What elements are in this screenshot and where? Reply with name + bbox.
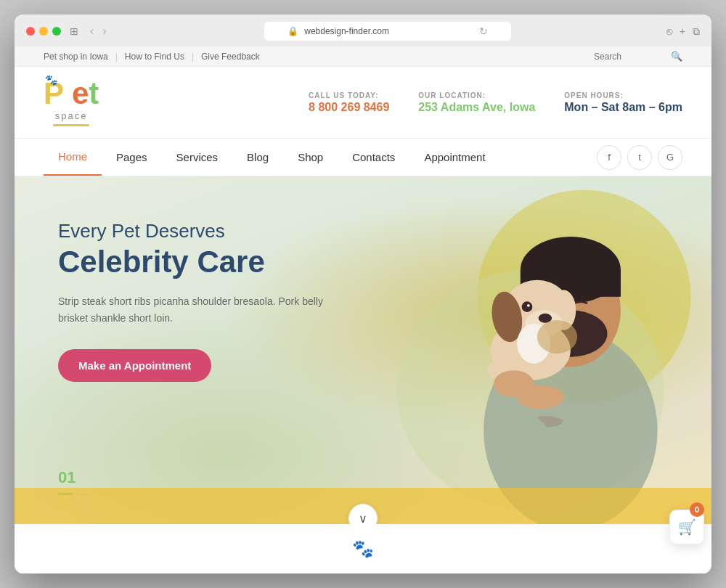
slide-number: 01 xyxy=(58,470,110,486)
svg-point-19 xyxy=(537,320,577,354)
below-hero-section: 🐾 xyxy=(15,524,711,573)
search-icon[interactable]: 🔍 xyxy=(671,51,682,62)
location-value: 253 Adams Ave, Iowa xyxy=(418,101,535,114)
site-nav: Home Pages Services Blog Shop Contacts A… xyxy=(15,139,711,176)
nav-blog[interactable]: Blog xyxy=(232,139,283,175)
nav-contacts[interactable]: Contacts xyxy=(338,139,409,175)
browser-window: ⊞ ‹ › 🔒 webdesign-finder.com ↻ ⎋ + ⧉ Pet… xyxy=(15,15,711,573)
nav-appointment[interactable]: Appointment xyxy=(409,139,499,175)
social-google[interactable]: G xyxy=(658,145,682,170)
hero-content: Every Pet Deserves Celebrity Care Strip … xyxy=(15,176,398,425)
nav-services[interactable]: Services xyxy=(162,139,233,175)
browser-chrome: ⊞ ‹ › 🔒 webdesign-finder.com ↻ ⎋ + ⧉ xyxy=(15,15,711,46)
close-button[interactable] xyxy=(26,27,35,36)
tabs-icon[interactable]: ⧉ xyxy=(693,25,700,38)
call-info: CALL US TODAY: 8 800 269 8469 xyxy=(309,91,389,114)
call-value: 8 800 269 8469 xyxy=(309,101,389,114)
chevron-down-icon: ∨ xyxy=(359,512,367,525)
logo-area: 🐾 P et space xyxy=(44,78,99,126)
privacy-icon: 🔒 xyxy=(287,26,298,36)
topbar-link-findus[interactable]: How to Find Us xyxy=(125,52,184,62)
appointment-button[interactable]: Make an Appointment xyxy=(58,349,211,382)
topbar-link-petshop[interactable]: Pet shop in Iowa xyxy=(44,52,108,62)
hours-info: OPEN HOURS: Mon – Sat 8am – 6pm xyxy=(564,91,682,114)
topbar-link-feedback[interactable]: Give Feedback xyxy=(201,52,260,62)
location-label: OUR LOCATION: xyxy=(418,91,535,99)
header-info: CALL US TODAY: 8 800 269 8469 OUR LOCATI… xyxy=(309,91,682,114)
logo-paw-icon: 🐾 xyxy=(45,75,57,85)
minimize-button[interactable] xyxy=(39,27,48,36)
logo-text: 🐾 P et xyxy=(44,78,99,109)
separator-1: | xyxy=(115,52,118,62)
refresh-icon[interactable]: ↻ xyxy=(479,25,488,37)
cart-icon: 🛒 xyxy=(678,518,696,536)
nav-shop[interactable]: Shop xyxy=(283,139,338,175)
back-arrow[interactable]: ‹ xyxy=(87,23,97,39)
logo-t: t xyxy=(89,76,99,110)
logo-subtitle: space xyxy=(55,110,88,121)
logo-p: 🐾 P xyxy=(44,76,72,110)
window-grid-icon: ⊞ xyxy=(70,25,78,37)
svg-point-21 xyxy=(517,385,563,409)
svg-point-16 xyxy=(527,304,530,307)
hero-section: Every Pet Deserves Celebrity Care Strip … xyxy=(15,176,711,524)
hero-image-area xyxy=(349,176,711,524)
url-text: webdesign-finder.com xyxy=(304,26,389,36)
share-icon[interactable]: ⎋ xyxy=(666,25,672,38)
nav-pages[interactable]: Pages xyxy=(102,139,162,175)
cart-widget: 0 🛒 xyxy=(669,502,704,544)
hours-label: OPEN HOURS: xyxy=(564,91,682,99)
maximize-button[interactable] xyxy=(52,27,61,36)
cart-badge: 0 xyxy=(690,502,704,517)
site-header: 🐾 P et space CALL US TODAY: 8 800 269 84… xyxy=(15,67,711,139)
hero-subtitle: Every Pet Deserves xyxy=(58,220,354,242)
address-bar[interactable]: 🔒 webdesign-finder.com ↻ xyxy=(264,22,511,41)
svg-point-15 xyxy=(521,301,532,312)
hero-title: Celebrity Care xyxy=(58,245,354,279)
topbar-links: Pet shop in Iowa | How to Find Us | Give… xyxy=(44,52,260,62)
hours-value: Mon – Sat 8am – 6pm xyxy=(564,101,682,114)
logo-e: e xyxy=(72,76,89,110)
paw-icon: 🐾 xyxy=(352,539,374,559)
location-info: OUR LOCATION: 253 Adams Ave, Iowa xyxy=(418,91,535,114)
nav-social: f t G xyxy=(597,145,682,170)
hero-description: Strip steak short ribs picanha shoulder … xyxy=(58,293,334,326)
topbar: Pet shop in Iowa | How to Find Us | Give… xyxy=(15,46,711,67)
social-facebook[interactable]: f xyxy=(597,145,621,170)
new-tab-icon[interactable]: + xyxy=(680,25,685,38)
social-twitter[interactable]: t xyxy=(627,145,652,170)
separator-2: | xyxy=(192,52,194,62)
nav-links: Home Pages Services Blog Shop Contacts A… xyxy=(44,139,500,176)
logo-underline xyxy=(53,124,89,126)
traffic-lights xyxy=(26,27,61,36)
nav-home[interactable]: Home xyxy=(44,139,102,176)
nav-arrows: ‹ › xyxy=(87,23,110,39)
search-input[interactable] xyxy=(594,52,666,62)
call-label: CALL US TODAY: xyxy=(309,91,389,99)
browser-actions: ⎋ + ⧉ xyxy=(666,25,700,38)
topbar-search: 🔍 xyxy=(594,51,682,62)
hero-illustration xyxy=(349,176,711,524)
forward-arrow[interactable]: › xyxy=(99,23,109,39)
